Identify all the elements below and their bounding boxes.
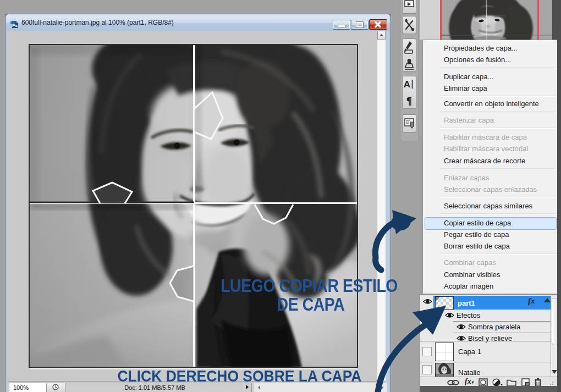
svg-text:A: A bbox=[404, 79, 410, 90]
svg-text:¶: ¶ bbox=[406, 95, 412, 107]
svg-text:Ps: Ps bbox=[12, 23, 18, 28]
